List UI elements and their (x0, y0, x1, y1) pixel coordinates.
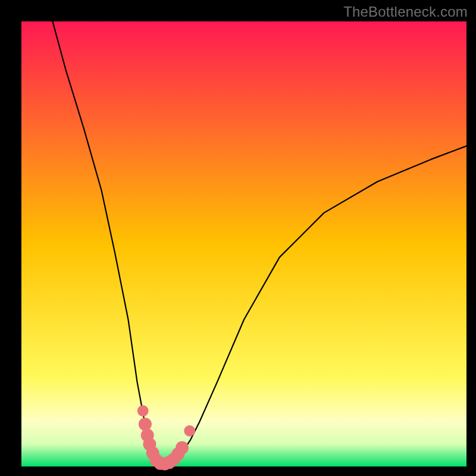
highlight-dot (184, 425, 195, 437)
watermark: TheBottleneck.com (343, 4, 468, 20)
plot-background (21, 21, 466, 466)
highlight-dot (139, 418, 152, 431)
highlight-dot (176, 441, 189, 455)
chart-frame: TheBottleneck.com (0, 0, 476, 476)
highlight-dot (137, 405, 149, 416)
chart-canvas (0, 0, 476, 476)
